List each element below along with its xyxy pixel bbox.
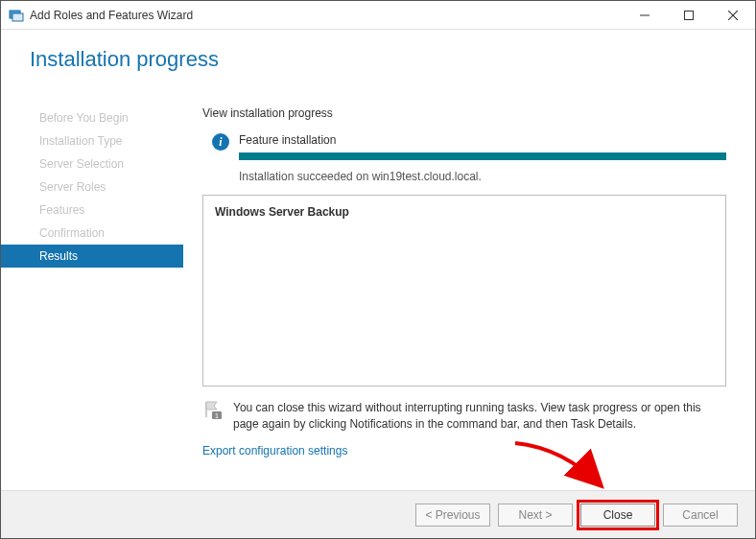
status-row: i Feature installation — [212, 133, 726, 160]
svg-rect-3 — [685, 12, 694, 20]
wizard-header: Installation progress — [1, 30, 755, 82]
step-before-you-begin: Before You Begin — [1, 106, 183, 129]
feature-item: Windows Server Backup — [215, 205, 714, 219]
installed-features-list: Windows Server Backup — [202, 195, 726, 387]
cancel-button: Cancel — [663, 504, 738, 527]
next-button: Next > — [498, 504, 573, 527]
step-confirmation: Confirmation — [1, 222, 183, 245]
export-settings-link[interactable]: Export configuration settings — [202, 444, 347, 457]
info-icon: i — [212, 133, 229, 151]
previous-button: < Previous — [415, 504, 490, 527]
titlebar: Add Roles and Features Wizard — [1, 1, 755, 30]
step-server-selection: Server Selection — [1, 152, 183, 176]
close-window-button[interactable] — [711, 1, 755, 30]
svg-text:1: 1 — [215, 412, 219, 419]
minimize-button[interactable] — [623, 1, 667, 30]
wizard-main-panel: View installation progress i Feature ins… — [183, 89, 755, 490]
window-title: Add Roles and Features Wizard — [30, 9, 623, 22]
status-message: Installation succeeded on win19test.clou… — [239, 170, 726, 183]
server-manager-icon — [9, 8, 24, 23]
status-label: Feature installation — [239, 133, 726, 147]
page-title: Installation progress — [30, 47, 726, 72]
step-features: Features — [1, 199, 183, 222]
note-text: You can close this wizard without interr… — [233, 400, 726, 433]
step-server-roles: Server Roles — [1, 176, 183, 199]
maximize-button[interactable] — [667, 1, 711, 30]
wizard-body: Before You Begin Installation Type Serve… — [1, 89, 755, 490]
wizard-steps-sidebar: Before You Begin Installation Type Serve… — [1, 89, 183, 490]
note-row: 1 You can close this wizard without inte… — [202, 400, 726, 433]
svg-rect-1 — [12, 13, 23, 21]
close-button[interactable]: Close — [580, 504, 655, 527]
step-installation-type: Installation Type — [1, 129, 183, 152]
window-controls — [623, 1, 755, 29]
section-title: View installation progress — [202, 106, 726, 120]
flag-icon: 1 — [202, 400, 224, 421]
wizard-footer: < Previous Next > Close Cancel — [1, 490, 755, 538]
step-results: Results — [1, 245, 183, 268]
progress-bar — [239, 152, 726, 160]
